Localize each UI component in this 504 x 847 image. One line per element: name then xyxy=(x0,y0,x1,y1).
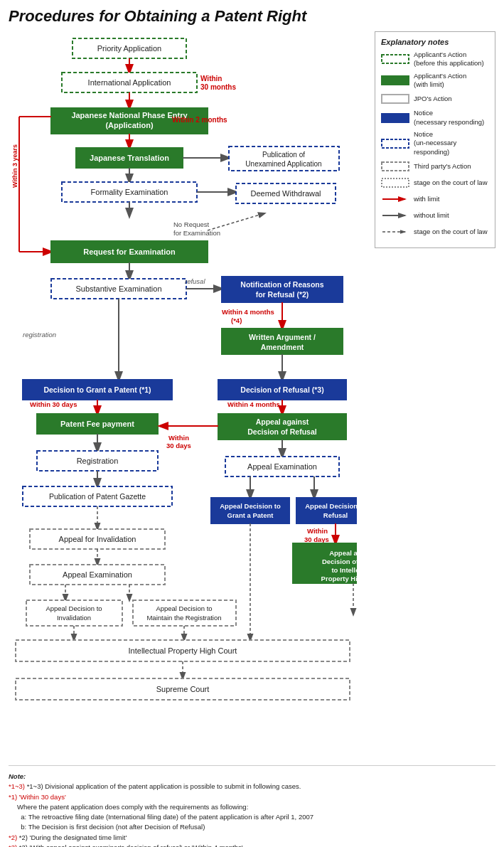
legend-text-2: Applicant's Action(with limit) xyxy=(414,72,466,90)
page-title: Procedures for Obtaining a Patent Right xyxy=(9,7,495,26)
formality-exam-label: Formality Examination xyxy=(91,188,168,196)
within-30-months-label: Within xyxy=(200,75,222,82)
appeal-invalid-label: Appeal for Invalidation xyxy=(59,535,136,543)
legend-symbol-arrow-dashed xyxy=(381,225,409,238)
svg-rect-67 xyxy=(382,179,409,187)
note-2: *1) 'Within 30 days' xyxy=(9,792,495,802)
note-2-body: Where the patent application does comply… xyxy=(9,802,495,833)
page: Procedures for Obtaining a Patent Right xyxy=(0,0,504,847)
appeal-ip-label: Appeal against xyxy=(329,549,357,557)
within-2-months-label: Within 2 months xyxy=(172,116,227,124)
legend-symbol-dashed-gray xyxy=(381,160,409,173)
legend-item-6: Third party's Action xyxy=(381,160,489,173)
notification-refusal-label: Notification of Reasons xyxy=(240,280,323,289)
appeal-grant-label2: Grant a Patent xyxy=(227,511,274,519)
priority-app-label: Priority Application xyxy=(97,44,162,53)
note-1: *1~3) *1~3) Divisional application of th… xyxy=(9,782,495,792)
legend-item-10: stage on the court of law xyxy=(381,225,489,238)
flowchart: Priority Application International Appli… xyxy=(9,31,368,757)
legend-symbol-dashed-green xyxy=(381,53,409,65)
subst-exam-label: Substantive Examination xyxy=(75,284,161,293)
legend-symbol-dashed-blue xyxy=(381,137,409,150)
ip-high-court-label: Intellectual Property High Court xyxy=(129,646,237,655)
legend-item-3: JPO's Action xyxy=(381,92,489,105)
within-30-days-2-label: Within xyxy=(168,434,189,442)
note-1-label: *1~3) xyxy=(9,782,27,790)
appeal-ip-label3: to Intellectual xyxy=(331,566,357,574)
within-4-months-2-label: Within 4 months xyxy=(227,400,280,408)
appeal-ip-label2: Decision of Refusal xyxy=(322,558,357,565)
appeal-maintain-label2: Maintain the Registration xyxy=(146,614,221,622)
appeal-exam-label: Appeal Examination xyxy=(247,462,317,471)
appeal-decision-label2: Decision of Refusal xyxy=(247,427,317,436)
intl-app-label: International Application xyxy=(88,78,171,87)
svg-rect-61 xyxy=(382,55,409,63)
main-content: Priority Application International Appli… xyxy=(9,31,495,757)
legend-symbol-jpo xyxy=(381,92,409,105)
legend-text-9: without limit xyxy=(414,211,449,220)
appeal-invalid-dec-label2: Invalidation xyxy=(57,614,91,622)
refusal-label: refusal xyxy=(185,277,205,285)
note-2-label: *1) 'Within 30 days' xyxy=(9,793,66,801)
pub-gazette-label: Publication of Patent Gazette xyxy=(49,492,146,501)
legend-symbol-solid-green xyxy=(381,74,409,87)
svg-rect-63 xyxy=(382,95,409,103)
appeal-maintain-label: Appeal Decision to xyxy=(156,604,212,612)
supreme-court-label: Supreme Court xyxy=(156,685,210,693)
within-30-days-3-label: Within xyxy=(307,527,328,535)
flowchart-svg: Priority Application International Appli… xyxy=(9,31,357,757)
notes-section: Note: *1~3) *1~3) Divisional application… xyxy=(9,765,495,847)
legend-text-7: stage on the court of law xyxy=(414,179,488,187)
appeal-ip-label4: Property High Court xyxy=(321,575,357,582)
legend-symbol-arrow-red xyxy=(381,193,409,206)
legend-item-5: Notice(un-necessary responding) xyxy=(381,130,489,156)
appeal-decision-label: Appeal against xyxy=(256,417,309,426)
note-4: *3) *3) 'With appeal against examiner's … xyxy=(9,843,495,847)
no-request-label: No Request xyxy=(173,220,210,228)
appeal-refusal-label: Appeal Decision to xyxy=(305,502,357,510)
deemed-withdrawal-label: Deemed Withdrawal xyxy=(250,189,321,198)
legend: Explanatory notes Applicant's Action(bef… xyxy=(375,31,495,248)
note-3-label: *2) xyxy=(9,833,19,841)
svg-line-18 xyxy=(208,213,264,230)
legend-item-2: Applicant's Action(with limit) xyxy=(381,72,489,90)
within-4-label2: (*4) xyxy=(231,316,242,324)
svg-rect-64 xyxy=(382,114,409,122)
legend-text-4: Notice(necessary responding) xyxy=(414,109,484,127)
written-arg-label: Written Argument / xyxy=(249,333,316,341)
notification-refusal-label2: for Refusal (*2) xyxy=(256,290,309,299)
note-3: *2) *2) 'During the designated time limi… xyxy=(9,833,495,843)
within-30-months-label2: 30 months xyxy=(200,83,236,91)
svg-rect-62 xyxy=(382,76,409,85)
legend-symbol-arrow-gray xyxy=(381,209,409,222)
appeal-invalid-dec-label: Appeal Decision to xyxy=(45,604,102,612)
registration-label: registration xyxy=(23,331,56,339)
no-request-label2: for Examination xyxy=(173,229,220,237)
decision-refusal-label: Decision of Refusal (*3) xyxy=(240,385,323,394)
within-4-months-label: Within 4 months xyxy=(222,308,274,316)
legend-text-1: Applicant's Action(before this applicati… xyxy=(414,50,484,68)
pub-unexamined-label: Publication of xyxy=(262,151,305,159)
within-30-days-3b-label: 30 days xyxy=(304,536,329,543)
appeal-exam-2-label: Appeal Examination xyxy=(63,570,132,579)
appeal-refusal-label2: Refusal xyxy=(323,511,348,519)
jp-national-label2: (Application) xyxy=(105,121,154,129)
decision-grant-label: Decision to Grant a Patent (*1) xyxy=(43,385,151,394)
svg-rect-66 xyxy=(382,162,409,171)
within-3-years-label: Within 3 years xyxy=(11,144,18,188)
note-4-label: *3) xyxy=(9,843,19,847)
jp-national-label: Japanese National Phase Entry xyxy=(71,111,188,119)
within-30-days-label: Within 30 days xyxy=(30,400,77,408)
legend-text-10: stage on the court of law xyxy=(414,228,488,236)
pub-unexamined-label2: Unexamined Application xyxy=(245,160,321,168)
legend-text-3: JPO's Action xyxy=(414,95,452,103)
patent-fee-label: Patent Fee payment xyxy=(60,420,134,428)
legend-item-4: Notice(necessary responding) xyxy=(381,109,489,127)
registration-box-label: Registration xyxy=(77,457,119,465)
within-30-days-2b-label: 30 days xyxy=(166,442,191,449)
request-exam-label: Request for Examination xyxy=(83,247,176,256)
appeal-grant-label: Appeal Decision to xyxy=(220,502,281,510)
legend-symbol-solid-blue xyxy=(381,112,409,124)
jp-translation-label: Japanese Translation xyxy=(90,154,169,162)
legend-text-6: Third party's Action xyxy=(414,162,471,171)
